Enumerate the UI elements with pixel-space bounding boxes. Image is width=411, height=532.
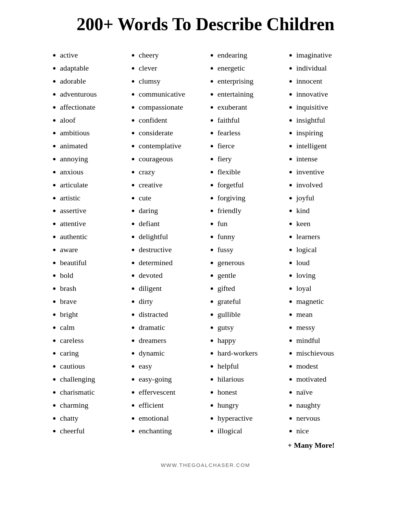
- page-container: 200+ Words To Describe Children activead…: [41, 0, 370, 485]
- list-item: authentic: [60, 230, 123, 243]
- list-item: cheery: [139, 49, 202, 62]
- list-item: cheerful: [60, 424, 123, 437]
- list-item: ambitious: [60, 126, 123, 139]
- list-item: easy: [139, 360, 202, 373]
- list-item: gifted: [217, 282, 281, 295]
- list-item: defiant: [139, 217, 202, 230]
- list-item: loyal: [296, 282, 360, 295]
- list-item: friendly: [217, 204, 281, 217]
- list-item: hilarious: [217, 373, 281, 386]
- list-item: learners: [296, 230, 360, 243]
- list-item: generous: [217, 256, 281, 269]
- list-item: animated: [60, 139, 123, 152]
- list-item: caring: [60, 347, 123, 360]
- list-item: exuberant: [217, 101, 281, 114]
- list-item: annoying: [60, 152, 123, 165]
- list-item: energetic: [217, 62, 281, 75]
- list-item: insightful: [296, 114, 360, 127]
- list-item: cute: [139, 191, 202, 205]
- list-item: fiery: [217, 152, 281, 165]
- list-item: gutsy: [217, 321, 281, 334]
- list-item: effervescent: [139, 386, 202, 399]
- list-item: affectionate: [60, 101, 123, 114]
- list-item: aloof: [60, 114, 123, 127]
- list-item: chatty: [60, 412, 123, 425]
- list-item: anxious: [60, 165, 123, 178]
- list-item: clumsy: [139, 75, 202, 88]
- list-item: mean: [296, 308, 360, 321]
- list-item: creative: [139, 178, 202, 191]
- list-item: magnetic: [296, 295, 360, 308]
- list-item: hard-workers: [217, 347, 281, 360]
- list-item: logical: [296, 243, 360, 256]
- list-item: entertaining: [217, 88, 281, 101]
- list-item: intelligent: [296, 139, 360, 152]
- list-item: adorable: [60, 75, 123, 88]
- list-item: active: [60, 49, 123, 62]
- list-item: nervous: [296, 412, 360, 425]
- list-item: imaginative: [296, 49, 360, 62]
- list-item: forgetful: [217, 178, 281, 191]
- list-item: devoted: [139, 269, 202, 282]
- list-item: endearing: [217, 49, 281, 62]
- list-item: articulate: [60, 178, 123, 191]
- list-item: clever: [139, 62, 202, 75]
- list-item: calm: [60, 321, 123, 334]
- list-item: fearless: [217, 126, 281, 139]
- list-item: messy: [296, 321, 360, 334]
- column-2: cheerycleverclumsycommunicativecompassio…: [127, 49, 206, 452]
- list-item: adaptable: [60, 62, 123, 75]
- list-item: joyful: [296, 191, 360, 205]
- list-item: crazy: [139, 165, 202, 178]
- list-item: inquisitive: [296, 101, 360, 114]
- list-item: charismatic: [60, 386, 123, 399]
- list-item: keen: [296, 217, 360, 230]
- list-item: daring: [139, 204, 202, 217]
- word-list-3: endearingenergeticenterprisingentertaini…: [209, 49, 281, 437]
- list-item: artistic: [60, 191, 123, 205]
- list-item: intense: [296, 152, 360, 165]
- columns-container: activeadaptableadorableadventurousaffect…: [48, 49, 363, 452]
- list-item: naughty: [296, 399, 360, 412]
- list-item: enterprising: [217, 75, 281, 88]
- list-item: flexible: [217, 165, 281, 178]
- list-item: naïve: [296, 386, 360, 399]
- list-item: delightful: [139, 230, 202, 243]
- list-item: kind: [296, 204, 360, 217]
- list-item: loud: [296, 256, 360, 269]
- list-item: gentle: [217, 269, 281, 282]
- list-item: determined: [139, 256, 202, 269]
- list-item: adventurous: [60, 88, 123, 101]
- list-item: destructive: [139, 243, 202, 256]
- list-item: motivated: [296, 373, 360, 386]
- list-item: careless: [60, 334, 123, 347]
- list-item: modest: [296, 360, 360, 373]
- list-item: hyperactive: [217, 412, 281, 425]
- list-item: honest: [217, 386, 281, 399]
- list-item: compassionate: [139, 101, 202, 114]
- list-item: gullible: [217, 308, 281, 321]
- list-item: beautiful: [60, 256, 123, 269]
- column-4: imaginativeindividualinnocentinnovativei…: [284, 49, 363, 452]
- list-item: illogical: [217, 424, 281, 437]
- list-item: emotional: [139, 412, 202, 425]
- extra-note: + Many More!: [288, 439, 360, 452]
- list-item: mindful: [296, 334, 360, 347]
- list-item: hungry: [217, 399, 281, 412]
- list-item: innovative: [296, 88, 360, 101]
- list-item: contemplative: [139, 139, 202, 152]
- list-item: involved: [296, 178, 360, 191]
- list-item: bold: [60, 269, 123, 282]
- list-item: fierce: [217, 139, 281, 152]
- list-item: nice: [296, 424, 360, 437]
- list-item: enchanting: [139, 424, 202, 437]
- list-item: grateful: [217, 295, 281, 308]
- list-item: dynamic: [139, 347, 202, 360]
- list-item: innocent: [296, 75, 360, 88]
- list-item: confident: [139, 114, 202, 127]
- list-item: loving: [296, 269, 360, 282]
- list-item: bright: [60, 308, 123, 321]
- word-list-4: imaginativeindividualinnocentinnovativei…: [288, 49, 360, 437]
- list-item: funny: [217, 230, 281, 243]
- list-item: efficient: [139, 399, 202, 412]
